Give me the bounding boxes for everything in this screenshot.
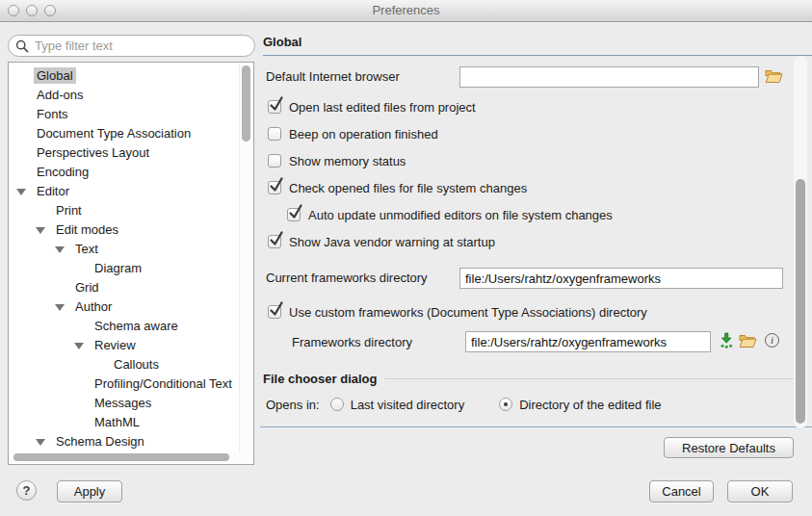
ok-button[interactable]: OK bbox=[727, 480, 793, 503]
tree-item-label: Perspectives Layout bbox=[34, 144, 152, 161]
tree-expand-icon[interactable] bbox=[16, 189, 26, 195]
minimize-window-button[interactable] bbox=[26, 5, 38, 16]
tree-item-label: Edit modes bbox=[53, 221, 121, 238]
check-opened-files-for-file-system-changes-checkbox-row[interactable]: Check opened files for file system chang… bbox=[268, 180, 793, 195]
filter-input[interactable] bbox=[33, 38, 249, 54]
preferences-tree-list: GlobalAdd-onsFontsDocument Type Associat… bbox=[9, 66, 239, 452]
checkbox-checked[interactable] bbox=[268, 235, 281, 248]
auto-update-unmodified-editors-on-file-system-changes-checkbox-row[interactable]: Auto update unmodified editors on file s… bbox=[287, 207, 793, 222]
restore-defaults-button[interactable]: Restore Defaults bbox=[664, 437, 794, 458]
cancel-button[interactable]: Cancel bbox=[649, 480, 714, 503]
tree-item-label: Schema aware bbox=[92, 318, 181, 334]
tree-item-label: Callouts bbox=[111, 356, 162, 373]
help-button[interactable]: ? bbox=[16, 480, 37, 501]
tree-item-grid[interactable]: Grid bbox=[9, 278, 239, 297]
checkbox-checked[interactable] bbox=[268, 100, 281, 114]
tree-expand-icon[interactable] bbox=[74, 343, 84, 349]
tree-item-perspectives-layout[interactable]: Perspectives Layout bbox=[9, 143, 239, 163]
tree-expand-icon[interactable] bbox=[36, 227, 45, 234]
tree-item-text[interactable]: Text bbox=[9, 240, 239, 259]
panel-vertical-scrollbar-thumb[interactable] bbox=[796, 179, 805, 424]
tree-item-label: Document Type Association bbox=[34, 125, 194, 142]
tree-item-label: Schema Design bbox=[53, 433, 147, 450]
tree-item-schema-design[interactable]: Schema Design bbox=[9, 432, 239, 452]
tree-item-label: Diagram bbox=[92, 260, 144, 276]
show-memory-status-checkbox-row[interactable]: Show memory status bbox=[268, 153, 793, 168]
tree-item-mathml[interactable]: MathML bbox=[9, 413, 239, 432]
tree-expand-icon[interactable] bbox=[36, 439, 45, 446]
use-custom-frameworks-checkbox-row[interactable]: Use custom frameworks (Document Type Ass… bbox=[268, 304, 647, 320]
traffic-lights bbox=[8, 5, 56, 16]
zoom-window-button[interactable] bbox=[44, 5, 56, 16]
titlebar: Preferences bbox=[0, 0, 812, 22]
preferences-tree: GlobalAdd-onsFontsDocument Type Associat… bbox=[8, 62, 254, 465]
tree-item-label: Text bbox=[72, 241, 101, 257]
tree-expand-icon[interactable] bbox=[55, 304, 65, 311]
tree-item-schema-aware[interactable]: Schema aware bbox=[9, 317, 239, 336]
tree-item-encoding[interactable]: Encoding bbox=[9, 163, 239, 182]
tree-item-author[interactable]: Author bbox=[9, 297, 239, 317]
tree-vertical-scrollbar-thumb[interactable] bbox=[242, 65, 250, 142]
close-window-button[interactable] bbox=[8, 5, 19, 16]
last-visited-directory-radio-option[interactable]: Last visited directory bbox=[330, 398, 465, 412]
tree-item-document-type-association[interactable]: Document Type Association bbox=[9, 124, 239, 143]
tree-item-review[interactable]: Review bbox=[9, 336, 239, 355]
footer-divider bbox=[260, 426, 812, 427]
checkbox-label: Check opened files for file system chang… bbox=[289, 181, 527, 195]
checkbox-unchecked[interactable] bbox=[268, 154, 281, 168]
tree-item-profiling-conditional-text[interactable]: Profiling/Conditional Text bbox=[9, 374, 239, 394]
tree-item-diagram[interactable]: Diagram bbox=[9, 259, 239, 278]
search-icon bbox=[15, 39, 29, 53]
opens-in-label: Opens in: bbox=[266, 398, 320, 412]
panel-vertical-scrollbar[interactable] bbox=[794, 56, 807, 428]
tree-item-label: Fonts bbox=[34, 106, 71, 122]
open-folder-icon[interactable] bbox=[739, 333, 757, 348]
tree-item-label: Review bbox=[92, 337, 139, 353]
preferences-window: Preferences GlobalAdd-onsFontsDocument T… bbox=[0, 0, 812, 516]
tree-item-callouts[interactable]: Callouts bbox=[9, 355, 239, 374]
checkbox-label: Beep on operation finished bbox=[289, 127, 438, 142]
directory-of-the-edited-file-radio-option[interactable]: Directory of the edited file bbox=[499, 398, 661, 412]
tree-vertical-scrollbar[interactable] bbox=[239, 64, 252, 452]
tree-item-print[interactable]: Print bbox=[9, 201, 239, 220]
section-rule bbox=[384, 378, 804, 379]
tree-item-label: Author bbox=[72, 298, 115, 315]
radio-option-label: Last visited directory bbox=[351, 398, 465, 412]
info-icon[interactable]: i bbox=[765, 333, 779, 348]
tree-item-label: Encoding bbox=[34, 164, 92, 180]
tree-item-label: MathML bbox=[92, 414, 143, 430]
import-icon[interactable] bbox=[720, 332, 734, 348]
current-frameworks-input[interactable] bbox=[459, 268, 783, 289]
tree-item-messages[interactable]: Messages bbox=[9, 394, 239, 413]
tree-horizontal-scrollbar[interactable] bbox=[10, 452, 252, 463]
tree-item-label: Messages bbox=[92, 395, 154, 411]
show-java-vendor-warning-at-startup-checkbox-row[interactable]: Show Java vendor warning at startup bbox=[268, 234, 793, 249]
tree-horizontal-scrollbar-thumb[interactable] bbox=[13, 453, 229, 461]
frameworks-directory-input[interactable] bbox=[465, 331, 711, 352]
default-browser-label: Default Internet browser bbox=[266, 69, 400, 85]
tree-expand-icon[interactable] bbox=[55, 246, 65, 253]
tree-item-edit-modes[interactable]: Edit modes bbox=[9, 220, 239, 240]
apply-button[interactable]: Apply bbox=[57, 480, 122, 503]
checkbox-checked[interactable] bbox=[287, 208, 301, 221]
open-last-edited-files-from-project-checkbox-row[interactable]: Open last edited files from project bbox=[268, 99, 793, 115]
tree-item-fonts[interactable]: Fonts bbox=[9, 105, 239, 124]
checkbox-checked[interactable] bbox=[268, 305, 281, 319]
tree-item-global[interactable]: Global bbox=[9, 66, 239, 86]
tree-item-label: Print bbox=[53, 202, 85, 219]
checkbox-unchecked[interactable] bbox=[268, 127, 281, 141]
checkbox-label: Open last edited files from project bbox=[289, 100, 476, 115]
checkbox-label: Use custom frameworks (Document Type Ass… bbox=[289, 305, 647, 320]
checkbox-checked[interactable] bbox=[268, 181, 281, 194]
radio-unselected[interactable] bbox=[330, 398, 344, 411]
tree-item-add-ons[interactable]: Add-ons bbox=[9, 86, 239, 105]
default-browser-input[interactable] bbox=[459, 66, 759, 88]
filter-field[interactable] bbox=[8, 35, 255, 57]
radio-selected[interactable] bbox=[499, 398, 512, 411]
tree-item-editor[interactable]: Editor bbox=[9, 182, 239, 201]
file-chooser-section-heading: File chooser dialog bbox=[263, 372, 804, 386]
tree-item-label: Profiling/Conditional Text bbox=[92, 375, 235, 392]
beep-on-operation-finished-checkbox-row[interactable]: Beep on operation finished bbox=[268, 126, 793, 142]
browse-folder-icon[interactable] bbox=[765, 68, 783, 84]
panel-title: Global bbox=[263, 35, 812, 56]
